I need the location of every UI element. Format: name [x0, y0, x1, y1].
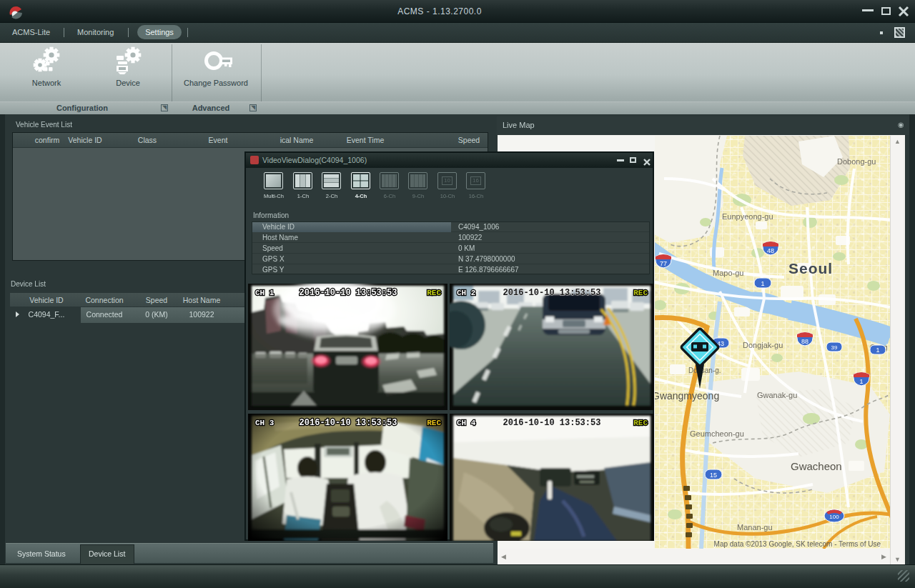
- svg-text:Geumcheon-gu: Geumcheon-gu: [690, 429, 744, 438]
- svg-text:Doksan-g.: Doksan-g.: [688, 367, 721, 374]
- svg-text:1: 1: [876, 347, 879, 354]
- svg-text:1: 1: [761, 280, 764, 287]
- svg-text:Gwanak-gu: Gwanak-gu: [757, 391, 797, 399]
- svg-text:CH 3: CH 3: [255, 419, 274, 427]
- svg-text:1: 1: [859, 378, 863, 385]
- svg-text:2016-10-10 13:53:53: 2016-10-10 13:53:53: [300, 418, 397, 428]
- svg-text:Dobong-gu: Dobong-gu: [837, 157, 876, 166]
- svg-text:Gwangmyeong: Gwangmyeong: [652, 390, 719, 402]
- svg-text:2016-10-10 13:53:53: 2016-10-10 13:53:53: [503, 418, 601, 428]
- svg-text:REC: REC: [427, 419, 441, 427]
- svg-text:2016-10-10 13:53:53: 2016-10-10 13:53:53: [300, 288, 397, 298]
- svg-text:77: 77: [660, 260, 667, 267]
- svg-text:Seoul: Seoul: [788, 260, 833, 276]
- svg-text:Gwacheon: Gwacheon: [791, 460, 842, 472]
- svg-text:CH 1: CH 1: [255, 289, 274, 297]
- svg-text:39: 39: [831, 344, 838, 351]
- svg-text:100: 100: [829, 514, 839, 520]
- svg-text:48: 48: [767, 247, 774, 254]
- svg-text:88: 88: [801, 338, 808, 345]
- svg-text:CH 2: CH 2: [457, 289, 475, 297]
- svg-text:CH 4: CH 4: [457, 419, 476, 427]
- svg-text:Eunpyeong-gu: Eunpyeong-gu: [722, 212, 773, 221]
- svg-text:Mapo-gu: Mapo-gu: [713, 269, 743, 277]
- svg-text:REC: REC: [633, 289, 648, 297]
- svg-text:Map data ©2013 Google, SK tele: Map data ©2013 Google, SK telecom - Term…: [714, 540, 881, 548]
- svg-text:REC: REC: [633, 419, 648, 427]
- svg-text:Manan-gu: Manan-gu: [737, 523, 773, 532]
- svg-text:2016-10-10 13:53:53: 2016-10-10 13:53:53: [503, 288, 601, 298]
- svg-text:15: 15: [710, 472, 717, 479]
- svg-text:Dongjak-gu: Dongjak-gu: [743, 341, 783, 349]
- svg-text:REC: REC: [427, 289, 441, 297]
